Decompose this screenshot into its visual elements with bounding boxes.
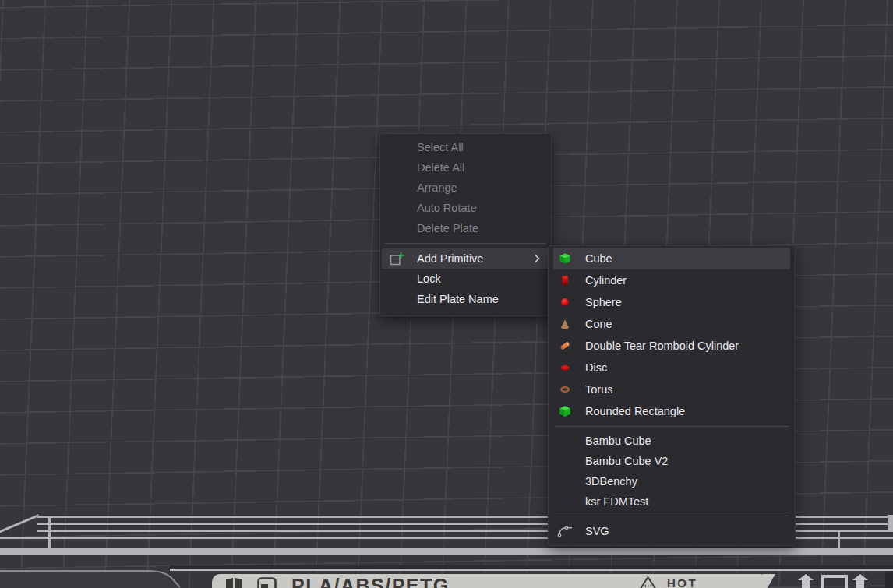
submenu-arrow-icon [534, 254, 540, 263]
menu-item-add-primitive[interactable]: Add Primitive [382, 248, 549, 269]
menu-item-arrange: Arrange [380, 178, 551, 198]
menu-item-edit-plate-name[interactable]: Edit Plate Name [380, 289, 551, 309]
svg-bezier-icon [557, 525, 574, 538]
submenu-item-svg[interactable]: SVG [549, 520, 795, 542]
menu-separator [555, 426, 789, 427]
context-menu: Select All Delete All Arrange Auto Rotat… [379, 133, 552, 316]
menu-item-delete-plate: Delete Plate [380, 218, 551, 238]
build-plate-edge: PLA/ABS/PETG HOT [212, 574, 762, 588]
torus-icon [559, 384, 570, 395]
warning-hot-icon [639, 576, 657, 588]
cylinder-icon [559, 275, 570, 286]
disc-icon [559, 362, 570, 373]
submenu-item-ksr-fdmtest[interactable]: ksr FDMTest [549, 491, 795, 512]
submenu-item-bambu-cube-v2[interactable]: Bambu Cube V2 [549, 451, 795, 471]
menu-item-select-all: Select All [380, 137, 551, 157]
square-marker-icon [823, 576, 846, 588]
up-arrow-icon [852, 574, 868, 580]
hot-warning: HOT [639, 576, 697, 588]
bambu-logo-icon [224, 577, 252, 588]
up-arrow-icon [798, 574, 814, 580]
submenu-item-double-tear-romboid-cylinder[interactable]: Double Tear Romboid Cylinder [549, 335, 795, 357]
submenu-item-rounded-rectangle[interactable]: Rounded Rectangle [549, 400, 795, 422]
menu-item-lock[interactable]: Lock [380, 269, 551, 289]
plate-handle [885, 571, 893, 588]
add-primitive-icon [390, 252, 404, 266]
menu-separator [555, 516, 789, 516]
sphere-icon [559, 297, 570, 308]
double-tear-romboid-cylinder-icon [559, 340, 570, 351]
plate-surface-text: PLA/ABS/PETG [291, 575, 450, 588]
plate-corner-shape [0, 565, 187, 588]
hot-label: HOT [667, 576, 697, 588]
submenu-item-bambu-cube[interactable]: Bambu Cube [549, 431, 795, 451]
rounded-rectangle-icon [559, 406, 570, 417]
plate-wireframe-line [48, 516, 51, 555]
plate-wireframe-notch [888, 515, 893, 530]
cube-icon [559, 253, 570, 264]
menu-item-delete-all: Delete All [380, 157, 551, 178]
submenu-item-3dbenchy[interactable]: 3DBenchy [549, 471, 795, 491]
menu-separator [385, 243, 546, 244]
submenu-item-cone[interactable]: Cone [549, 313, 795, 335]
plate-alignment-marks [793, 573, 893, 588]
submenu-item-cube[interactable]: Cube [553, 248, 790, 269]
plate-edge-highlight [170, 569, 893, 571]
viewport-3d[interactable]: PLA/ABS/PETG HOT Select All Delete All A… [0, 0, 893, 588]
menu-item-auto-rotate: Auto Rotate [380, 198, 551, 218]
plate-wireframe-line [838, 530, 840, 555]
add-primitive-submenu: Cube Cylinder Sphere Con [548, 245, 796, 546]
plate-wireframe-line [0, 548, 893, 555]
plate-type-icon [257, 577, 277, 588]
submenu-item-torus[interactable]: Torus [549, 379, 795, 400]
submenu-item-disc[interactable]: Disc [549, 357, 795, 379]
submenu-item-cylinder[interactable]: Cylinder [549, 269, 795, 291]
submenu-item-sphere[interactable]: Sphere [549, 291, 795, 313]
cone-icon [559, 319, 570, 329]
